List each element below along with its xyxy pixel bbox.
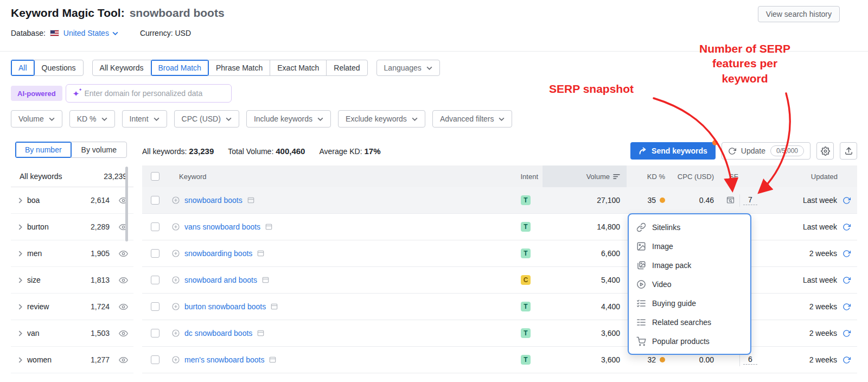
refresh-icon[interactable]: [843, 223, 851, 231]
group-item-women[interactable]: women 1,277: [11, 347, 133, 373]
serp-preview-icon[interactable]: [257, 329, 265, 337]
by-number-toggle[interactable]: By number: [15, 142, 72, 158]
include-keywords-filter[interactable]: Include keywords: [246, 110, 331, 128]
scope-segment: All Questions: [11, 60, 84, 76]
sidebar-scrollbar[interactable]: [125, 167, 128, 241]
sf-count[interactable]: 7: [743, 195, 757, 205]
eye-icon[interactable]: [119, 356, 128, 364]
row-checkbox[interactable]: [151, 196, 159, 205]
eye-icon[interactable]: [119, 303, 128, 310]
serp-preview-icon[interactable]: [269, 356, 277, 364]
group-item-size[interactable]: size 1,813: [11, 267, 133, 294]
exclude-keywords-filter[interactable]: Exclude keywords: [338, 110, 425, 128]
serp-snapshot-icon[interactable]: [726, 196, 735, 205]
volume-value: 5,400: [542, 276, 627, 284]
tab-broad-match[interactable]: Broad Match: [151, 60, 209, 76]
keyword-link[interactable]: snowboarding boots: [184, 249, 252, 258]
sf-count[interactable]: 6: [743, 355, 757, 365]
add-keyword-icon[interactable]: [171, 329, 180, 338]
tab-all-keywords[interactable]: All Keywords: [92, 60, 151, 76]
intent-badge: T: [521, 355, 531, 365]
tab-related[interactable]: Related: [326, 60, 367, 76]
keyword-link[interactable]: burton snowboard boots: [184, 302, 266, 311]
serp-preview-icon[interactable]: [261, 276, 270, 284]
refresh-icon[interactable]: [843, 356, 851, 364]
refresh-icon[interactable]: [843, 276, 851, 284]
row-checkbox[interactable]: [151, 276, 159, 284]
row-checkbox[interactable]: [151, 222, 159, 231]
eye-icon[interactable]: [119, 277, 128, 284]
add-keyword-icon[interactable]: [171, 222, 180, 231]
database-selector[interactable]: United States: [63, 29, 118, 37]
sitelinks-icon: [636, 222, 646, 232]
database-row: Database: United States Currency: USD: [11, 29, 191, 37]
refresh-icon[interactable]: [843, 329, 851, 338]
match-segment: All Keywords Broad Match Phrase Match Ex…: [92, 60, 368, 76]
row-checkbox[interactable]: [151, 355, 159, 364]
update-button[interactable]: Update 0/5,000: [722, 142, 810, 160]
group-item-burton[interactable]: burton 2,289: [11, 214, 133, 240]
group-item-men[interactable]: men 1,905: [11, 240, 133, 267]
kd-filter[interactable]: KD %: [69, 110, 115, 128]
row-checkbox[interactable]: [151, 302, 159, 311]
table-row: snowboard boots T 27,100 35 0.46 7 Last …: [142, 187, 857, 214]
eye-icon[interactable]: [119, 330, 128, 337]
add-keyword-icon[interactable]: [171, 196, 180, 205]
group-item-review[interactable]: review 1,724: [11, 294, 133, 320]
eye-icon[interactable]: [119, 250, 128, 257]
select-all-checkbox[interactable]: [151, 172, 159, 181]
serp-preview-icon[interactable]: [270, 303, 278, 310]
refresh-icon[interactable]: [843, 303, 851, 311]
add-keyword-icon[interactable]: [171, 302, 180, 311]
tab-questions[interactable]: Questions: [34, 60, 84, 76]
kd-column-header: KD %: [627, 173, 673, 181]
volume-value: 4,400: [542, 302, 627, 311]
volume-filter[interactable]: Volume: [11, 110, 62, 128]
tab-all[interactable]: All: [11, 60, 35, 76]
domain-input[interactable]: ✦ Enter domain for personalized data: [66, 84, 232, 103]
updated-value: Last week: [803, 276, 837, 284]
row-checkbox[interactable]: [151, 329, 159, 338]
all-keywords-group[interactable]: All keywords 23,239: [11, 165, 133, 187]
serp-preview-icon[interactable]: [257, 250, 265, 257]
volume-column-header[interactable]: Volume: [542, 165, 627, 187]
refresh-icon[interactable]: [843, 196, 851, 205]
sort-desc-icon: [613, 174, 620, 180]
advanced-filters[interactable]: Advanced filters: [432, 110, 513, 128]
languages-dropdown[interactable]: Languages: [376, 60, 440, 76]
intent-filter[interactable]: Intent: [122, 110, 167, 128]
sf-divider: [739, 354, 740, 366]
tab-exact-match[interactable]: Exact Match: [270, 60, 327, 76]
related-searches-icon: [636, 317, 646, 327]
by-volume-toggle[interactable]: By volume: [71, 142, 127, 158]
add-keyword-icon[interactable]: [171, 276, 180, 284]
keyword-link[interactable]: men's snowboard boots: [184, 355, 264, 364]
add-keyword-icon[interactable]: [171, 355, 180, 364]
keyword-link[interactable]: dc snowboard boots: [184, 329, 252, 338]
kd-difficulty-dot: [660, 198, 665, 203]
table-settings-button[interactable]: [816, 142, 834, 160]
serp-preview-icon[interactable]: [265, 223, 273, 231]
group-item-van[interactable]: van 1,503: [11, 320, 133, 347]
sidebar-sort-toggle: By number By volume: [15, 142, 127, 158]
domain-input-placeholder: Enter domain for personalized data: [84, 89, 202, 98]
row-checkbox[interactable]: [151, 249, 159, 258]
updated-value: 2 weeks: [809, 249, 837, 258]
kd-difficulty-dot: [660, 357, 665, 362]
keyword-link[interactable]: snowboard and boots: [184, 276, 257, 284]
keyword-link[interactable]: vans snowboard boots: [184, 222, 260, 231]
export-button[interactable]: [840, 142, 857, 160]
keyword-link[interactable]: snowboard boots: [184, 196, 242, 205]
sparkle-icon: ✦: [73, 90, 80, 98]
chevron-right-icon: [18, 251, 22, 257]
add-keyword-icon[interactable]: [171, 249, 180, 258]
group-item-boa[interactable]: boa 2,614: [11, 187, 133, 214]
send-keywords-button[interactable]: Send keywords: [630, 142, 716, 160]
image-pack-icon: [636, 260, 646, 270]
cpc-filter[interactable]: CPC (USD): [174, 110, 239, 128]
chevron-down-icon: [499, 117, 505, 121]
view-search-history-button[interactable]: View search history: [758, 6, 840, 22]
serp-preview-icon[interactable]: [247, 196, 255, 204]
tab-phrase-match[interactable]: Phrase Match: [208, 60, 270, 76]
refresh-icon[interactable]: [843, 250, 851, 258]
